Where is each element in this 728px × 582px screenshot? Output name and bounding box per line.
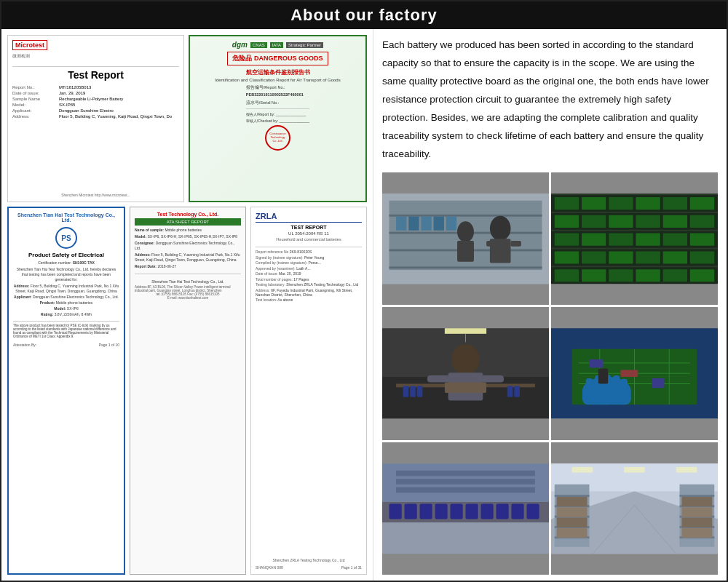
- svg-rect-103: [396, 487, 535, 493]
- svg-rect-98: [511, 503, 523, 519]
- svg-rect-66: [514, 386, 520, 397]
- test-report-field: Sample Name Rechargeable Li-Polymer Batt…: [12, 97, 179, 101]
- svg-rect-22: [551, 247, 718, 249]
- svg-rect-86: [620, 379, 628, 391]
- photo-circuit-boards: [551, 172, 718, 305]
- cnas-header: dgm CNAS IATA Strategic Partner: [232, 41, 323, 49]
- ps-body: Certification number: SH100C-TAX Shenzhe…: [13, 260, 119, 318]
- svg-rect-49: [582, 269, 606, 282]
- svg-point-12: [490, 215, 511, 240]
- cnas-cert-card: dgm CNAS IATA Strategic Partner 危险品 DANG…: [189, 35, 367, 202]
- svg-rect-43: [582, 251, 606, 263]
- photo-warehouse: [551, 442, 718, 575]
- zrla-compiled: Compiled by (trainee signature): Perse..…: [256, 260, 362, 265]
- microtest-logo: Microtest: [12, 40, 47, 50]
- test-report-field: Report No.: MT/181205B013: [12, 85, 179, 89]
- strategic-badge: Strategic Partner: [286, 42, 323, 48]
- zrla-approved: Approved by (examiner): Laith A...: [256, 266, 362, 271]
- zrla-title: TEST REPORT: [290, 225, 326, 230]
- svg-rect-46: [663, 251, 687, 263]
- svg-rect-21: [551, 230, 718, 231]
- cnas-body: 报告编号/Report No.: PEB322019110902522F4600…: [246, 85, 309, 124]
- svg-rect-126: [557, 528, 587, 538]
- svg-rect-130: [681, 528, 712, 538]
- shenzhen-cert-org: Shenzhen Tian Hai Test Technology Co., L…: [151, 279, 224, 284]
- svg-point-16: [457, 221, 474, 242]
- svg-rect-10: [434, 216, 444, 230]
- test-report-title: Test Report: [68, 69, 124, 81]
- zrla-standard: UL 2054:2004 RS 11: [288, 231, 329, 236]
- svg-rect-34: [663, 215, 687, 228]
- zrla-logo: ZRLA: [256, 212, 362, 223]
- svg-rect-129: [681, 517, 712, 527]
- svg-rect-82: [586, 378, 593, 391]
- zrla-lab: Testing laboratory: Shenzhen ZRLA Testin…: [256, 282, 362, 287]
- svg-rect-67: [445, 328, 486, 334]
- svg-rect-123: [557, 497, 587, 506]
- svg-rect-26: [609, 197, 633, 210]
- test-report-field: Model: SX-IP65: [12, 103, 179, 107]
- svg-rect-25: [582, 197, 606, 210]
- ps-org-header: Shenzhen Tian Hai Test Technology Co., L…: [13, 212, 119, 223]
- svg-rect-79: [652, 378, 664, 388]
- svg-rect-102: [396, 479, 535, 485]
- svg-rect-95: [466, 503, 478, 519]
- zrla-date: Date of issue: Mar. 20, 2019: [256, 271, 362, 276]
- zrla-ref: Report reference No 2K9-810020S: [256, 250, 362, 254]
- svg-rect-110: [676, 467, 697, 473]
- svg-rect-65: [507, 386, 513, 397]
- svg-point-57: [451, 344, 479, 375]
- cnas-subtitle-en: Identification and Classification Report…: [215, 78, 340, 82]
- svg-rect-6: [389, 266, 542, 268]
- zrla-report-card: ZRLA TEST REPORT UL 2054:2004 RS 11 Hous…: [250, 207, 367, 575]
- ps-footer: Attestation By: Page 1 of 10: [13, 343, 119, 347]
- svg-rect-7: [396, 216, 406, 230]
- svg-rect-61: [445, 383, 486, 393]
- ps-title: Product Safety of Electrical: [28, 252, 104, 258]
- ata-org-title: Test Technology Co., Ltd.: [157, 212, 219, 217]
- cnas-title-cn: 航空运输条件鉴别报告书: [246, 68, 310, 76]
- svg-rect-15: [511, 241, 521, 247]
- shenzhen-cert-email: E-mail: www.tianhaltest.com: [167, 296, 208, 300]
- svg-rect-39: [636, 233, 660, 245]
- svg-rect-42: [555, 251, 579, 263]
- test-report-field: Address: Floor 5, Building C, Yuanning, …: [12, 114, 179, 119]
- zrla-footer-row: SHANQXAN 008 Page 1 of 31: [256, 565, 362, 570]
- ata-body: Name of sample: Mobile phone batteries M…: [135, 228, 241, 271]
- photos-grid: [382, 172, 718, 575]
- photo-gloved-hands: [551, 307, 718, 439]
- ps-note: The above product has been tested for PS…: [13, 324, 119, 338]
- test-report-field: Date of issue: Jan. 29, 2019: [12, 91, 179, 95]
- svg-rect-109: [624, 467, 645, 473]
- ps-cert-card: Shenzhen Tian Hai Test Technology Co., L…: [7, 207, 125, 575]
- page-wrapper: About our factory Microtest 微测检测 Test Re…: [0, 0, 728, 582]
- svg-rect-51: [636, 269, 660, 282]
- svg-rect-36: [555, 233, 579, 245]
- docs-row-bottom: Shenzhen Tian Hai Test Technology Co., L…: [7, 207, 367, 575]
- svg-rect-14: [486, 241, 496, 247]
- svg-rect-101: [396, 470, 535, 476]
- svg-rect-104: [382, 522, 549, 554]
- zrla-examiner: Signed by (trainee signature): Peter You…: [256, 255, 362, 260]
- ps-logo-circle: PS: [55, 227, 77, 249]
- cnas-stamp: ContinuanceTechnologyCo.,Ltd.: [265, 125, 290, 151]
- svg-rect-60: [481, 375, 504, 383]
- svg-rect-53: [690, 269, 714, 282]
- svg-rect-41: [690, 233, 714, 245]
- left-panel: Microtest 微测检测 Test Report Report No.: M…: [1, 29, 373, 581]
- svg-rect-17: [457, 241, 474, 262]
- svg-rect-77: [589, 359, 603, 367]
- svg-rect-31: [582, 215, 606, 228]
- zrla-pages: Total number of pages: 17 Pages: [256, 277, 362, 282]
- svg-rect-64: [417, 386, 423, 397]
- svg-rect-44: [609, 251, 633, 263]
- svg-rect-45: [636, 251, 660, 263]
- svg-rect-52: [663, 269, 687, 282]
- zrla-subtitle: Household and commercial batteries: [276, 237, 341, 242]
- svg-rect-97: [496, 503, 508, 519]
- svg-rect-38: [609, 233, 633, 245]
- test-report-field: Applicant: Dongguan Sunshine Electro: [12, 108, 179, 113]
- content-area: Microtest 微测检测 Test Report Report No.: M…: [1, 29, 727, 581]
- svg-rect-87: [598, 369, 608, 384]
- svg-rect-125: [557, 517, 587, 527]
